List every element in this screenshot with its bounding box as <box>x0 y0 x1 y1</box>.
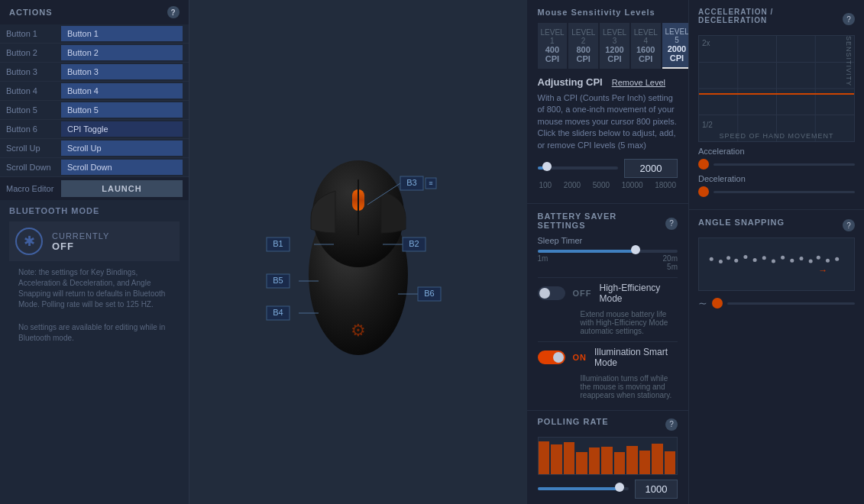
svg-text:B3: B3 <box>406 178 416 187</box>
accel-y-label: SENSITIVITY <box>845 36 853 141</box>
polling-header: POLLING RATE ? <box>538 417 678 432</box>
accel-label: Acceleration <box>698 147 855 156</box>
accel-slider-track[interactable] <box>714 163 855 166</box>
illumination-toggle[interactable] <box>538 351 565 364</box>
action-button-button-6[interactable]: CPI Toggle <box>61 121 183 137</box>
cpi-value-box[interactable]: 2000 <box>624 159 678 178</box>
polling-slider-track[interactable] <box>538 487 629 490</box>
battery-header: BATTERY SAVER SETTINGS ? <box>538 212 678 236</box>
angle-slider-row: ∼ <box>698 297 855 309</box>
sleep-slider-container: 1m 20m 5m <box>538 250 678 271</box>
action-button-button-3[interactable]: Button 3 <box>61 64 183 79</box>
svg-point-34 <box>726 256 730 260</box>
middle-right-panel: Mouse Sensitivity Levels LEVEL 1400 CPIL… <box>527 0 689 504</box>
sensitivity-title: Mouse Sensitivity Levels <box>538 8 678 17</box>
svg-text:≡: ≡ <box>429 179 432 187</box>
svg-text:B1: B1 <box>273 239 283 248</box>
action-label: Button 2 <box>6 48 61 57</box>
polling-slider-thumb[interactable] <box>615 483 624 492</box>
high-efficiency-knob <box>539 288 550 299</box>
cpi-scale-mark: 5000 <box>593 181 610 189</box>
sleep-slider-track[interactable] <box>538 250 678 253</box>
polling-title: POLLING RATE <box>538 417 609 426</box>
action-row: Button 6CPI Toggle <box>0 120 189 139</box>
svg-point-39 <box>772 259 775 263</box>
actions-title: ACTIONS <box>9 8 53 17</box>
remove-level-link[interactable]: Remove Level <box>612 78 665 87</box>
cpi-slider-row: 2000 <box>538 159 678 178</box>
polling-bar <box>639 451 651 474</box>
cpi-scale-mark: 18000 <box>655 181 676 189</box>
action-button-button-1[interactable]: Button 1 <box>61 26 183 41</box>
high-efficiency-toggle[interactable] <box>538 286 565 300</box>
svg-text:B2: B2 <box>409 239 419 248</box>
accel-slider-thumb[interactable] <box>698 159 709 170</box>
actions-help-icon[interactable]: ? <box>167 6 180 18</box>
macro-editor-label: Macro Editor <box>6 184 61 193</box>
angle-slider-track[interactable] <box>727 302 855 305</box>
sleep-max: 20m <box>663 254 678 263</box>
cpi-tab-3[interactable]: LEVEL 31200 CPI <box>600 23 629 69</box>
launch-button[interactable]: LAUNCH <box>61 180 183 197</box>
accel-slider-section: Acceleration Deceleration <box>698 147 855 197</box>
decel-slider-track[interactable] <box>714 191 855 193</box>
angle-title: ANGLE SNAPPING <box>698 218 785 227</box>
accel-chart-svg <box>699 36 854 141</box>
sleep-slider-labels: 1m 20m <box>538 254 678 263</box>
illumination-state: ON <box>573 353 587 362</box>
cpi-slider-thumb[interactable] <box>542 162 552 171</box>
battery-title: BATTERY SAVER SETTINGS <box>538 212 666 230</box>
cpi-scale: 100200050001000018000 <box>538 181 678 189</box>
svg-text:B4: B4 <box>273 308 283 317</box>
illumination-row: ON Illumination Smart Mode <box>538 341 678 373</box>
polling-help-btn[interactable]: ? <box>665 418 678 431</box>
svg-point-36 <box>743 255 747 259</box>
angle-chart: → <box>698 237 855 291</box>
adjusting-cpi-header: Adjusting CPI Remove Level <box>538 76 678 88</box>
decel-slider-thumb[interactable] <box>698 186 709 197</box>
polling-chart <box>538 437 678 475</box>
svg-point-46 <box>835 257 839 261</box>
action-row: Button 5Button 5 <box>0 101 189 120</box>
cpi-tab-4[interactable]: LEVEL 41600 CPI <box>631 23 661 69</box>
action-button-button-2[interactable]: Button 2 <box>61 45 183 60</box>
accel-x-label: SPEED OF HAND MOVEMENT <box>699 132 854 140</box>
cpi-slider-track[interactable] <box>538 166 619 170</box>
svg-text:→: → <box>818 265 827 276</box>
angle-slider-thumb[interactable] <box>712 298 723 309</box>
bluetooth-section: BLUETOOTH MODE ✱ CURRENTLY OFF Note: the… <box>0 200 189 356</box>
illumination-name: Illumination Smart Mode <box>594 347 678 368</box>
bluetooth-status: ✱ CURRENTLY OFF <box>9 221 180 261</box>
accel-help-btn[interactable]: ? <box>843 13 855 25</box>
polling-bar <box>652 444 663 474</box>
sleep-slider-thumb[interactable] <box>631 245 640 254</box>
decel-slider-row <box>698 186 855 197</box>
cpi-scale-mark: 100 <box>539 181 552 189</box>
polling-bar <box>539 441 550 474</box>
polling-section: POLLING RATE ? 1000 <box>527 411 689 504</box>
action-label: Button 3 <box>6 67 61 76</box>
cpi-tab-1[interactable]: LEVEL 1400 CPI <box>538 23 568 69</box>
sensitivity-section: Mouse Sensitivity Levels LEVEL 1400 CPIL… <box>527 0 689 204</box>
bt-currently: CURRENTLY <box>52 231 109 241</box>
action-label: Button 5 <box>6 105 61 115</box>
bluetooth-status-text: CURRENTLY OFF <box>52 231 109 252</box>
action-button-button-5[interactable]: Button 5 <box>61 102 183 118</box>
cpi-tab-5[interactable]: LEVEL 52000 CPI <box>662 23 688 69</box>
action-button-button-4[interactable]: Button 4 <box>61 83 183 99</box>
polling-bar <box>614 452 626 474</box>
battery-help-btn[interactable]: ? <box>665 218 678 230</box>
action-label: Button 6 <box>6 124 61 134</box>
action-label: Scroll Up <box>6 144 61 153</box>
svg-point-41 <box>790 259 794 263</box>
cpi-tab-2[interactable]: LEVEL 2800 CPI <box>568 23 598 69</box>
svg-point-43 <box>809 259 813 263</box>
accel-section: ACCELERATION / DECELERATION ? 2x 1/ <box>689 0 864 210</box>
action-button-scroll-up[interactable]: Scroll Up <box>61 141 183 156</box>
polling-bar <box>601 447 613 474</box>
action-button-scroll-down[interactable]: Scroll Down <box>61 160 183 175</box>
angle-help-btn[interactable]: ? <box>843 219 855 231</box>
action-row: Scroll DownScroll Down <box>0 158 189 177</box>
svg-point-45 <box>826 259 830 263</box>
svg-point-35 <box>734 259 738 263</box>
